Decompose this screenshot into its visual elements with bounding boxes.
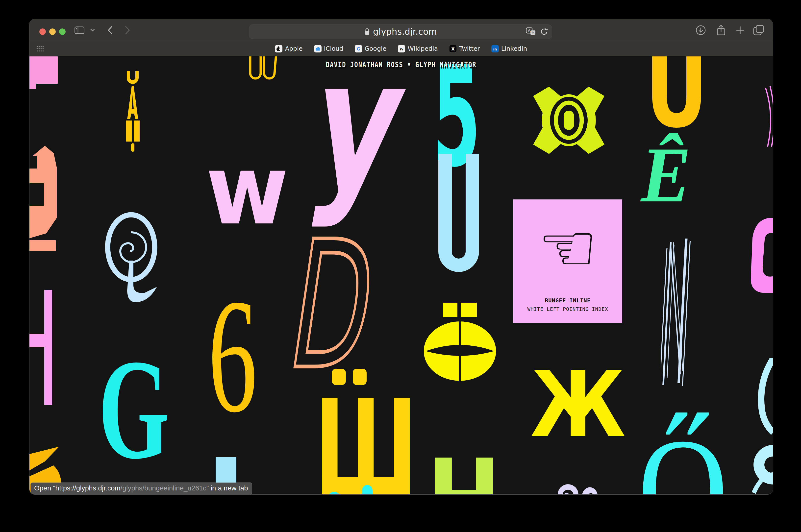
letter-u-pale[interactable]: [439, 154, 479, 272]
tab-overview-icon[interactable]: [752, 19, 766, 41]
apple-favicon-icon: [275, 45, 282, 53]
wikipedia-favicon-icon: W: [398, 45, 405, 53]
downloads-icon[interactable]: [695, 19, 707, 41]
swirl-partial[interactable]: [557, 484, 611, 495]
traffic-lights: [39, 28, 66, 35]
cross-ring-glyph[interactable]: [532, 86, 606, 154]
browser-toolbar: glyphs.djr.com A 文: [30, 19, 773, 41]
favorites-bar: AppleiCloudGGoogleWWikipediaXTwitterinLi…: [30, 41, 773, 56]
safari-window: glyphs.djr.com A 文: [29, 19, 773, 495]
page-title: DAVID JONATHAN ROSS • GLYPH NAVIGATOR: [30, 60, 773, 69]
svg-text:A: A: [528, 28, 531, 33]
address-bar[interactable]: glyphs.djr.com A 文: [249, 24, 552, 39]
svg-text:in: in: [493, 47, 497, 51]
minimize-button[interactable]: [49, 28, 56, 35]
page-content: y5UwDÊ6ШGЖHJŐ DAVID JONATHAN ROSS • GLYP…: [30, 56, 773, 495]
letter-sha[interactable]: Ш: [314, 382, 417, 495]
bookmark-wikipedia[interactable]: WWikipedia: [398, 45, 438, 53]
bookmark-label: Apple: [285, 45, 302, 52]
address-bar-content: glyphs.djr.com: [364, 27, 437, 37]
card-glyph-name: WHITE LEFT POINTING INDEX: [527, 306, 608, 312]
letter-e-circumflex[interactable]: Ê: [641, 135, 691, 214]
bookmark-label: Wikipedia: [408, 45, 438, 52]
ornament-uai[interactable]: [125, 71, 140, 152]
bookmark-icloud[interactable]: iCloud: [314, 45, 343, 53]
linkedin-favicon-icon: in: [491, 45, 499, 53]
sidebar-chevron-down-icon[interactable]: [88, 19, 97, 41]
status-text-prefix: Open “https://glyphs.djr.com: [34, 484, 120, 492]
left-pointing-index-glyph: ☜: [538, 215, 598, 282]
letter-h-green[interactable]: H: [427, 444, 501, 495]
curves-right-edge[interactable]: [752, 358, 773, 495]
icloud-favicon-icon: [314, 45, 321, 53]
glyph-card-bungee-inline[interactable]: ☜ BUNGEE INLINE WHITE LEFT POINTING INDE…: [513, 200, 622, 323]
letter-w-pink[interactable]: w: [206, 142, 288, 238]
blob-right-edge[interactable]: [750, 217, 773, 293]
q-spiral[interactable]: [105, 212, 157, 311]
zoom-button[interactable]: [59, 28, 66, 35]
address-url: glyphs.djr.com: [373, 27, 437, 37]
letter-zh-yellow[interactable]: Ж: [530, 359, 626, 450]
share-icon[interactable]: [714, 19, 727, 41]
letter-o-accents-cyan[interactable]: Ő: [638, 416, 728, 495]
letter-g-cyan[interactable]: G: [98, 337, 170, 481]
h-pink-partial[interactable]: [30, 290, 52, 405]
twitter-favicon-icon: X: [449, 45, 457, 53]
status-text-path: /glyphs/bungeeinline_u261c: [120, 484, 206, 492]
stencil-schwa[interactable]: [30, 144, 57, 251]
letter-u-yellow[interactable]: U: [645, 56, 708, 142]
bookmark-twitter[interactable]: XTwitter: [449, 45, 480, 53]
bookmark-label: Twitter: [459, 45, 480, 52]
status-text-suffix: ” in a new tab: [206, 484, 248, 492]
google-favicon-icon: G: [355, 45, 362, 53]
bookmark-apple[interactable]: Apple: [275, 45, 302, 53]
card-font-name: BUNGEE INLINE: [545, 298, 591, 304]
bookmark-google[interactable]: GGoogle: [355, 45, 386, 53]
status-bar-link-preview: Open “https://glyphs.djr.com/glyphs/bung…: [31, 482, 252, 494]
bookmark-label: LinkedIn: [501, 45, 527, 52]
svg-text:G: G: [357, 46, 360, 52]
back-button[interactable]: [105, 19, 116, 41]
n-inline-striped[interactable]: [661, 236, 694, 390]
translate-icon[interactable]: A 文: [526, 27, 536, 36]
bookmark-label: Google: [365, 45, 386, 52]
forward-button[interactable]: [122, 19, 133, 41]
arcs-right-edge[interactable]: [765, 86, 773, 147]
favorites-grid-icon[interactable]: [36, 46, 44, 52]
close-button[interactable]: [39, 28, 46, 35]
bookmark-linkedin[interactable]: inLinkedIn: [491, 45, 527, 53]
lips-glyph[interactable]: [424, 303, 496, 381]
letter-y-pink[interactable]: y: [306, 56, 391, 215]
reload-icon[interactable]: [540, 27, 548, 36]
new-tab-icon[interactable]: [734, 19, 746, 41]
svg-text:W: W: [399, 46, 404, 51]
digit-6-gold[interactable]: 6: [208, 274, 257, 437]
svg-text:X: X: [451, 46, 454, 52]
letter-d-outline[interactable]: D: [281, 218, 385, 394]
svg-text:文: 文: [532, 31, 535, 35]
bookmark-label: iCloud: [324, 45, 343, 52]
sidebar-toggle-icon[interactable]: [73, 19, 86, 41]
stem-tips-bottom[interactable]: [329, 485, 373, 495]
lock-icon: [364, 28, 370, 35]
